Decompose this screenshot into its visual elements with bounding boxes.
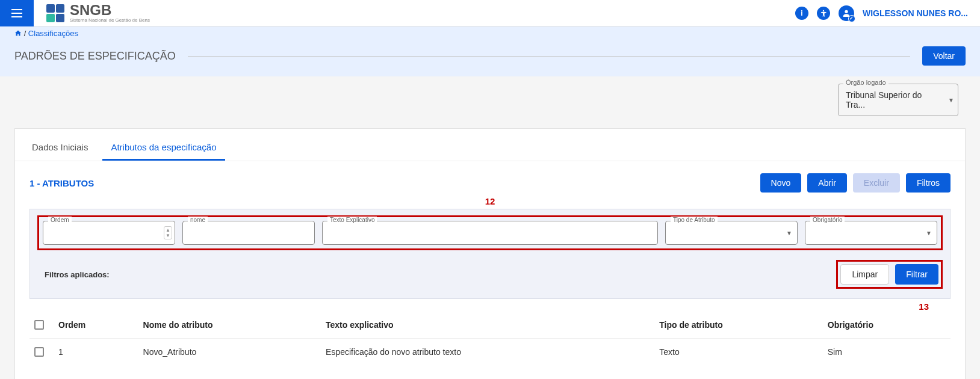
nome-label: nome xyxy=(188,217,208,223)
ordem-input[interactable] xyxy=(43,221,175,244)
filters-actions: Limpar Filtrar xyxy=(836,260,943,289)
logo-subtitle: Sistema Nacional de Gestão de Bens xyxy=(70,17,150,23)
home-icon xyxy=(14,29,22,37)
menu-button[interactable] xyxy=(0,0,34,26)
section-title: 1 - ATRIBUTOS xyxy=(29,178,94,188)
orgao-value: Tribunal Superior do Tra... xyxy=(846,90,922,109)
texto-label: Texto Explicativo xyxy=(327,217,377,223)
user-name[interactable]: WIGLESSON NUNES RO... xyxy=(863,8,968,18)
select-all-checkbox[interactable] xyxy=(34,320,44,330)
cell-nome: Novo_Atributo xyxy=(138,339,321,366)
check-badge-icon: ✓ xyxy=(848,15,855,22)
chevron-down-icon: ▼ xyxy=(948,97,954,103)
chevron-down-icon: ▼ xyxy=(786,230,792,236)
breadcrumb-page[interactable]: Classificações xyxy=(28,29,78,38)
tipo-select[interactable] xyxy=(666,221,797,235)
obrigatorio-field[interactable]: Obrigatório ▼ xyxy=(805,221,937,245)
nome-input[interactable] xyxy=(183,221,314,244)
topbar: SNGB Sistema Nacional de Gestão de Bens … xyxy=(0,0,980,26)
attributes-table: Ordem Nome do atributo Texto explicativo… xyxy=(29,312,951,365)
breadcrumb: / Classificações xyxy=(0,26,980,40)
filters-panel: Ordem ▲▼ nome Texto Explicativo Tipo de … xyxy=(29,209,951,299)
section-actions: Novo Abrir Excluir Filtros xyxy=(760,173,951,193)
filtros-button[interactable]: Filtros xyxy=(906,173,951,193)
topbar-right: i ✓ WIGLESSON NUNES RO... xyxy=(795,5,980,21)
table-wrap: Ordem Nome do atributo Texto explicativo… xyxy=(15,312,965,365)
excluir-button: Excluir xyxy=(853,173,900,193)
obrigatorio-select[interactable] xyxy=(805,221,937,235)
abrir-button[interactable]: Abrir xyxy=(807,173,847,193)
ordem-field[interactable]: Ordem ▲▼ xyxy=(43,221,175,245)
filters-applied-label: Filtros aplicados: xyxy=(45,270,110,279)
tipo-field[interactable]: Tipo de Atributo ▼ xyxy=(665,221,798,245)
breadcrumb-sep: / xyxy=(24,29,28,38)
filters-bottom: Filtros aplicados: Limpar Filtrar xyxy=(37,250,943,291)
row-checkbox[interactable] xyxy=(34,347,44,357)
col-ordem: Ordem xyxy=(54,312,138,339)
spinner-icon[interactable]: ▲▼ xyxy=(164,226,172,239)
svg-point-4 xyxy=(845,10,848,13)
tab-dados-iniciais[interactable]: Dados Iniciais xyxy=(29,136,90,161)
accessibility-icon[interactable] xyxy=(817,7,830,20)
col-nome: Nome do atributo xyxy=(138,312,321,339)
info-icon[interactable]: i xyxy=(795,7,808,20)
cell-obr: Sim xyxy=(823,339,951,366)
logo-mark-icon xyxy=(46,4,65,23)
user-avatar-icon[interactable]: ✓ xyxy=(839,5,854,21)
novo-button[interactable]: Novo xyxy=(760,173,802,193)
filters-row: Ordem ▲▼ nome Texto Explicativo Tipo de … xyxy=(37,215,943,250)
cell-texto: Especificação do novo atributo texto xyxy=(321,339,654,366)
section-header: 1 - ATRIBUTOS Novo Abrir Excluir Filtros xyxy=(15,161,965,199)
col-obr: Obrigatório xyxy=(823,312,951,339)
orgao-select[interactable]: Órgão logado Tribunal Superior do Tra...… xyxy=(838,84,958,116)
svg-rect-2 xyxy=(11,16,22,17)
hamburger-icon xyxy=(10,6,24,20)
obrigatorio-label: Obrigatório xyxy=(810,217,845,223)
col-tipo: Tipo de atributo xyxy=(654,312,823,339)
ordem-label: Ordem xyxy=(48,217,72,223)
pagination: Itens por página 10 1 - 1 de 1 |◀ ◀ ▶ ▶| xyxy=(15,365,965,379)
svg-point-3 xyxy=(823,10,824,11)
col-texto: Texto explicativo xyxy=(321,312,654,339)
cell-tipo: Texto xyxy=(654,339,823,366)
page-header: PADRÕES DE ESPECIFICAÇÃO Voltar xyxy=(0,40,980,76)
orgao-label: Órgão logado xyxy=(843,79,889,86)
main-card: Dados Iniciais Atributos da especificaçã… xyxy=(14,128,966,379)
texto-input[interactable] xyxy=(323,221,657,244)
logo-text: SNGB xyxy=(70,3,150,17)
chevron-down-icon: ▼ xyxy=(926,230,932,236)
limpar-button[interactable]: Limpar xyxy=(840,264,889,285)
table-row[interactable]: 1 Novo_Atributo Especificação do novo at… xyxy=(29,339,951,366)
title-divider xyxy=(188,56,910,57)
tabs: Dados Iniciais Atributos da especificaçã… xyxy=(15,129,965,161)
tipo-label: Tipo de Atributo xyxy=(671,217,718,223)
breadcrumb-home[interactable] xyxy=(14,29,24,38)
svg-rect-0 xyxy=(11,9,22,10)
annotation-12: 12 xyxy=(15,196,965,206)
svg-rect-1 xyxy=(11,13,22,14)
back-button[interactable]: Voltar xyxy=(922,46,966,66)
texto-field[interactable]: Texto Explicativo xyxy=(322,221,658,245)
nome-field[interactable]: nome xyxy=(182,221,315,245)
cell-ordem: 1 xyxy=(54,339,138,366)
page-title: PADRÕES DE ESPECIFICAÇÃO xyxy=(14,50,176,63)
filtrar-button[interactable]: Filtrar xyxy=(895,264,938,285)
orgao-container: Órgão logado Tribunal Superior do Tra...… xyxy=(0,76,980,116)
tab-atributos[interactable]: Atributos da especificação xyxy=(108,136,219,161)
annotation-13: 13 xyxy=(15,301,965,312)
logo[interactable]: SNGB Sistema Nacional de Gestão de Bens xyxy=(46,3,150,23)
